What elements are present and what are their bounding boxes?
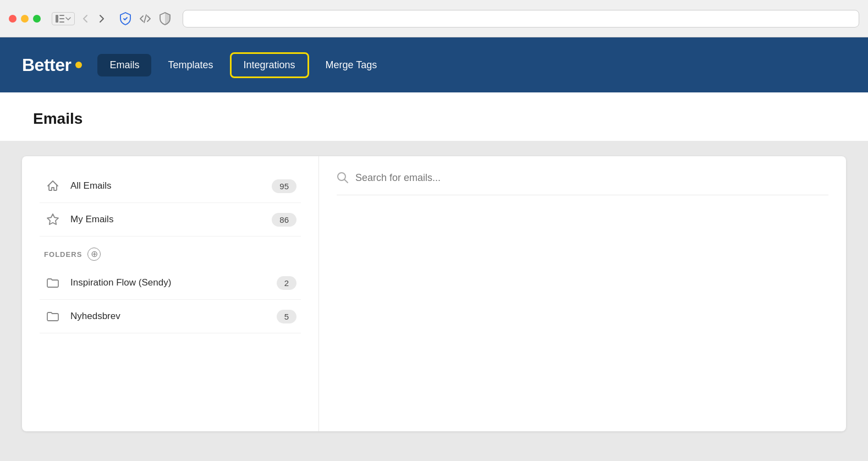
- inspiration-flow-label: Inspiration Flow (Sendy): [70, 277, 277, 288]
- folder-icon: [44, 274, 62, 292]
- sidebar-toggle-button[interactable]: [52, 12, 75, 25]
- svg-rect-2: [59, 18, 64, 19]
- address-bar[interactable]: [183, 10, 859, 28]
- back-arrow-icon: [83, 14, 88, 23]
- nyhedsbrev-count: 5: [277, 310, 296, 323]
- nav-item-templates[interactable]: Templates: [156, 54, 225, 76]
- bitwarden-extension-icon[interactable]: [119, 12, 132, 25]
- chevron-down-icon: [65, 17, 71, 20]
- add-folder-button[interactable]: ⊕: [87, 248, 101, 261]
- home-icon: [44, 177, 62, 195]
- brand-dot: [75, 62, 82, 68]
- page-title: Emails: [33, 110, 835, 128]
- brand-logo: Better: [22, 55, 82, 75]
- back-button[interactable]: [79, 12, 91, 25]
- star-icon: [44, 211, 62, 228]
- forward-button[interactable]: [96, 12, 108, 25]
- all-emails-label: All Emails: [70, 180, 272, 191]
- svg-rect-1: [59, 15, 64, 16]
- maximize-button[interactable]: [33, 15, 41, 23]
- app-navbar: Better Emails Templates Integrations Mer…: [0, 37, 868, 92]
- sidebar-item-my-emails[interactable]: My Emails 86: [40, 203, 301, 237]
- brand-name: Better: [22, 55, 71, 75]
- folders-label: FOLDERS: [44, 250, 82, 259]
- minimize-button[interactable]: [21, 15, 29, 23]
- sidebar-icon: [56, 15, 64, 23]
- folders-header: FOLDERS ⊕: [40, 237, 301, 266]
- nyhedsbrev-label: Nyhedsbrev: [70, 311, 277, 322]
- traffic-lights: [9, 15, 41, 23]
- svg-rect-0: [56, 15, 58, 23]
- search-bar: [337, 172, 828, 195]
- forward-arrow-icon: [99, 14, 105, 23]
- search-icon: [337, 172, 349, 184]
- shield-extension-icon[interactable]: [158, 12, 172, 25]
- right-panel: [319, 156, 846, 431]
- add-folder-icon: ⊕: [91, 250, 98, 259]
- page-content-header: Emails: [0, 92, 868, 141]
- folder-icon-2: [44, 308, 62, 325]
- my-emails-count: 86: [272, 213, 296, 227]
- my-emails-label: My Emails: [70, 214, 272, 225]
- main-area: All Emails 95 My Emails 86 FOLDERS ⊕: [0, 141, 868, 461]
- browser-controls: [52, 12, 108, 25]
- inspiration-flow-count: 2: [277, 276, 296, 290]
- sidebar-item-nyhedsbrev[interactable]: Nyhedsbrev 5: [40, 300, 301, 333]
- svg-rect-3: [59, 21, 64, 23]
- sidebar-panel: All Emails 95 My Emails 86 FOLDERS ⊕: [22, 156, 319, 431]
- sidebar-item-inspiration-flow[interactable]: Inspiration Flow (Sendy) 2: [40, 266, 301, 300]
- browser-extensions: [119, 12, 172, 25]
- close-button[interactable]: [9, 15, 17, 23]
- content-card: All Emails 95 My Emails 86 FOLDERS ⊕: [22, 156, 846, 431]
- sidebar-item-all-emails[interactable]: All Emails 95: [40, 169, 301, 203]
- search-input[interactable]: [355, 172, 828, 184]
- nav-item-merge-tags[interactable]: Merge Tags: [314, 54, 389, 76]
- nav-item-integrations[interactable]: Integrations: [230, 52, 309, 78]
- nav-item-emails[interactable]: Emails: [97, 54, 151, 76]
- code-extension-icon[interactable]: [139, 12, 152, 25]
- all-emails-count: 95: [272, 179, 296, 193]
- browser-chrome: [0, 0, 868, 37]
- svg-line-4: [144, 15, 146, 23]
